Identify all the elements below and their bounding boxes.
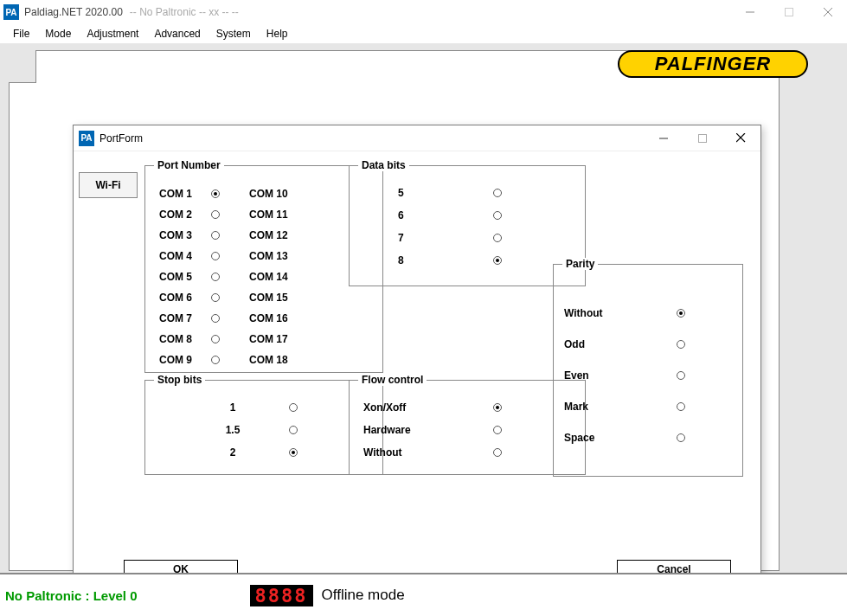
parity-option[interactable]: Odd xyxy=(554,329,742,360)
radio-button[interactable] xyxy=(493,426,502,434)
menu-adjustment[interactable]: Adjustment xyxy=(79,26,146,42)
parity-group: Parity WithoutOddEvenMarkSpace xyxy=(553,264,743,477)
menu-system[interactable]: System xyxy=(209,26,259,42)
radio-button[interactable] xyxy=(211,314,220,323)
dialog-titlebar[interactable]: PA PortForm xyxy=(74,125,760,151)
radio-button[interactable] xyxy=(211,335,220,343)
port-option[interactable]: COM 13 xyxy=(249,246,301,266)
port-label: COM 14 xyxy=(249,271,301,283)
parity-option[interactable]: Without xyxy=(554,298,742,329)
port-option[interactable]: COM 4 xyxy=(159,246,220,266)
portform-dialog: PA PortForm Wi-Fi Port Number COM 1COM 2… xyxy=(73,125,761,592)
radio-button[interactable] xyxy=(493,256,502,265)
port-option[interactable]: COM 1 xyxy=(159,183,220,204)
radio-button[interactable] xyxy=(493,448,502,457)
parity-option[interactable]: Even xyxy=(554,360,742,391)
minimize-icon xyxy=(659,134,668,143)
radio-button[interactable] xyxy=(289,448,298,457)
radio-button[interactable] xyxy=(677,371,685,380)
radio-button[interactable] xyxy=(211,231,220,240)
dialog-body: Wi-Fi Port Number COM 1COM 2COM 3COM 4CO… xyxy=(74,151,760,591)
port-label: COM 12 xyxy=(249,229,301,241)
main-maximize-button[interactable] xyxy=(769,0,808,24)
port-option[interactable]: COM 2 xyxy=(159,204,220,225)
main-titlebar: PA Paldiag.NET 2020.00 -- No Paltronic -… xyxy=(0,0,847,24)
port-option[interactable]: COM 9 xyxy=(159,350,220,370)
flow-control-title: Flow control xyxy=(358,374,427,386)
radio-button[interactable] xyxy=(677,309,685,318)
data-bits-option[interactable]: 8 xyxy=(350,249,585,272)
radio-button[interactable] xyxy=(677,433,685,442)
radio-button[interactable] xyxy=(677,340,685,349)
main-close-button[interactable] xyxy=(808,0,847,24)
port-option[interactable]: COM 3 xyxy=(159,225,220,246)
data-bits-option[interactable]: 6 xyxy=(350,204,585,227)
port-option[interactable]: COM 12 xyxy=(249,225,301,246)
port-option[interactable]: COM 16 xyxy=(249,308,301,329)
maximize-icon xyxy=(698,134,707,143)
port-option[interactable]: COM 5 xyxy=(159,266,220,287)
stop-bits-option[interactable]: 1.5 xyxy=(145,419,382,441)
port-label: COM 10 xyxy=(249,188,301,200)
menu-advanced[interactable]: Advanced xyxy=(146,26,208,42)
radio-button[interactable] xyxy=(493,403,502,412)
flow-control-label: Xon/Xoff xyxy=(363,401,493,414)
port-number-group: Port Number COM 1COM 2COM 3COM 4COM 5COM… xyxy=(144,165,383,373)
radio-button[interactable] xyxy=(493,234,502,242)
menu-file[interactable]: File xyxy=(5,26,37,42)
menubar: File Mode Adjustment Advanced System Hel… xyxy=(0,24,847,43)
radio-button[interactable] xyxy=(211,252,220,260)
port-label: COM 18 xyxy=(249,354,301,366)
parity-label: Even xyxy=(564,369,677,382)
menu-help[interactable]: Help xyxy=(259,26,296,42)
port-label: COM 7 xyxy=(159,312,211,324)
flow-control-option[interactable]: Hardware xyxy=(350,419,585,441)
parity-option[interactable]: Space xyxy=(554,422,742,453)
port-option[interactable]: COM 17 xyxy=(249,329,301,350)
radio-button[interactable] xyxy=(493,211,502,220)
radio-button[interactable] xyxy=(677,402,685,411)
stop-bits-label: 1 xyxy=(176,401,289,414)
svg-rect-5 xyxy=(698,134,706,142)
data-bits-option[interactable]: 7 xyxy=(350,227,585,249)
stop-bits-option[interactable]: 1 xyxy=(145,396,382,419)
radio-button[interactable] xyxy=(493,189,502,197)
radio-button[interactable] xyxy=(211,356,220,364)
port-option[interactable]: COM 15 xyxy=(249,287,301,308)
port-option[interactable]: COM 8 xyxy=(159,329,220,350)
port-label: COM 2 xyxy=(159,209,211,221)
dialog-minimize-button[interactable] xyxy=(644,126,683,151)
port-option[interactable]: COM 10 xyxy=(249,183,301,204)
radio-button[interactable] xyxy=(289,426,298,434)
port-option[interactable]: COM 6 xyxy=(159,287,220,308)
dialog-maximize-button[interactable] xyxy=(683,126,722,151)
status-counter: 8888 xyxy=(250,585,313,606)
parity-option[interactable]: Mark xyxy=(554,391,742,422)
dialog-close-button[interactable] xyxy=(722,126,760,151)
radio-button[interactable] xyxy=(289,403,298,412)
port-option[interactable]: COM 18 xyxy=(249,350,301,370)
minimize-icon xyxy=(746,8,754,16)
dialog-window-controls xyxy=(644,126,760,151)
radio-button[interactable] xyxy=(211,293,220,302)
data-bits-label: 6 xyxy=(381,209,493,221)
menu-mode[interactable]: Mode xyxy=(37,26,79,42)
stop-bits-option[interactable]: 2 xyxy=(145,441,382,464)
main-window-title: Paldiag.NET 2020.00 xyxy=(24,6,123,18)
data-bits-option[interactable]: 5 xyxy=(350,182,585,204)
port-label: COM 3 xyxy=(159,229,211,241)
port-option[interactable]: COM 7 xyxy=(159,308,220,329)
flow-control-option[interactable]: Without xyxy=(350,441,585,464)
main-minimize-button[interactable] xyxy=(730,0,769,24)
port-option[interactable]: COM 11 xyxy=(249,204,301,225)
port-option[interactable]: COM 14 xyxy=(249,266,301,287)
corner-block xyxy=(9,50,36,83)
data-bits-group: Data bits 5678 xyxy=(349,165,586,286)
port-label: COM 13 xyxy=(249,250,301,262)
status-bar: No Paltronic : Level 0 8888 Offline mode xyxy=(0,573,847,616)
radio-button[interactable] xyxy=(211,189,220,198)
radio-button[interactable] xyxy=(211,273,220,281)
wifi-button[interactable]: Wi-Fi xyxy=(79,172,138,198)
flow-control-option[interactable]: Xon/Xoff xyxy=(350,396,585,419)
radio-button[interactable] xyxy=(211,210,220,219)
